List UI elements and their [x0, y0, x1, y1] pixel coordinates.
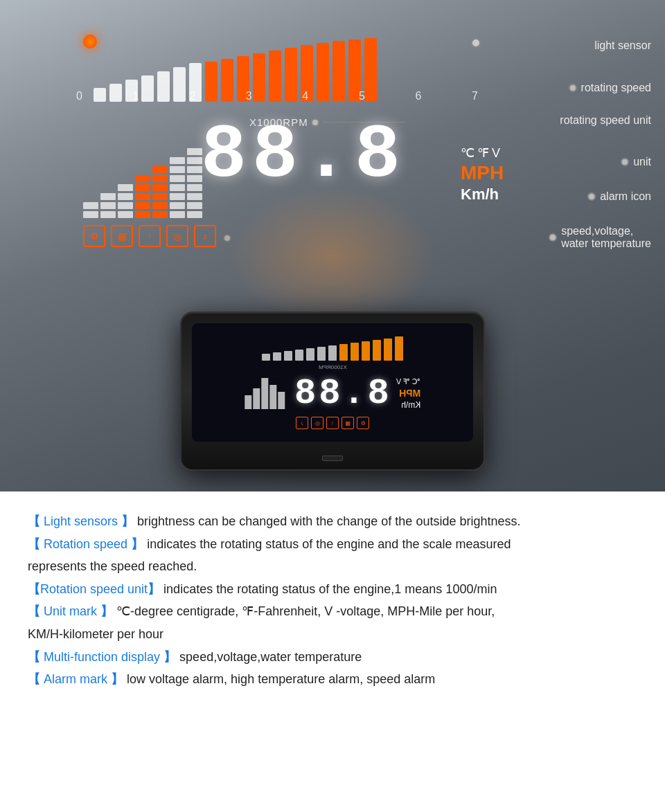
- bar-col-3: [118, 184, 133, 218]
- icon-speed: ↑: [139, 225, 161, 247]
- bar-seg: [100, 211, 116, 218]
- bar-col-4: [135, 175, 150, 218]
- dev-icon-vol: ♪: [296, 417, 308, 429]
- bar-seg: [100, 202, 116, 209]
- device-screen: X1000RPM ℃ ℉ V MPH Km\h 8.88: [192, 323, 473, 442]
- info-section: 【 Light sensors 】 brightness can be chan…: [0, 491, 665, 712]
- physical-device-container: X1000RPM ℃ ℉ V MPH Km\h 8.88: [180, 312, 485, 471]
- bracket-close-5: 】: [160, 650, 176, 664]
- rpm-label-7: 7: [472, 90, 478, 102]
- highlight-alarm-mark: Alarm mark: [44, 672, 107, 686]
- icon-volume: ♪: [194, 225, 216, 247]
- annotation-rpm-unit: rotating speed unit: [560, 114, 651, 127]
- bracket-close-1: 】: [118, 514, 134, 528]
- main-speed-display: 88.8: [201, 118, 406, 194]
- bar-seg-orange: [152, 166, 168, 173]
- bar-seg-orange: [135, 202, 150, 209]
- bracket-close-6: 】: [107, 672, 123, 686]
- annotation-rotating-speed: rotating speed: [569, 82, 651, 94]
- bracket-close-4: 】: [97, 604, 113, 618]
- annotation-unit-label: unit: [633, 156, 651, 168]
- celsius-label: ℃: [461, 145, 475, 161]
- icon-settings: ⚙: [83, 225, 105, 247]
- rpm-label-2: 2: [189, 90, 195, 102]
- rpm-label-0: 0: [76, 90, 82, 102]
- bar-col-5: [152, 166, 168, 218]
- device-unit-labels: ℃ ℉ V MPH Km\h: [396, 377, 420, 410]
- bracket-open-1: 【: [28, 514, 44, 528]
- dev-rpm-tick-white: [328, 345, 337, 361]
- info-text-6: low voltage alarm, high temperature alar…: [123, 672, 435, 686]
- mph-display: MPH: [461, 162, 504, 184]
- annotation-speed-voltage: speed,voltage, water temperature: [549, 225, 651, 250]
- info-line-1: 【 Light sensors 】 brightness can be chan…: [28, 511, 637, 532]
- dev-icon-display: ▦: [342, 417, 354, 429]
- bar-seg-orange: [152, 184, 168, 191]
- alarm-dot: [587, 192, 596, 201]
- device-usb-port: [322, 455, 343, 461]
- device-bar-chart: [245, 378, 285, 409]
- annotation-light-sensor: light sensor: [594, 39, 651, 52]
- highlight-multi-function: Multi-function display: [44, 650, 160, 664]
- annotation-unit: unit: [621, 156, 651, 168]
- bar-seg-orange: [135, 211, 150, 218]
- bracket-open-2: 【: [28, 537, 44, 551]
- bar-seg: [170, 175, 185, 182]
- annotation-alarm: alarm icon: [587, 190, 651, 203]
- bar-seg: [170, 193, 185, 200]
- info-text-3: indicates the rotating status of the eng…: [160, 582, 497, 596]
- dev-bar-seg: [253, 388, 260, 409]
- dev-bar-seg: [261, 378, 268, 409]
- hud-section: 0 1 2 3 4 5 6 7 X1000RPM: [0, 0, 665, 491]
- bar-col-2: [100, 193, 116, 218]
- bar-seg: [100, 193, 116, 200]
- bracket-open-3: 【: [28, 582, 40, 596]
- rpm-label-4: 4: [302, 90, 308, 102]
- info-line-2: 【 Rotation speed 】 indicates the rotatin…: [28, 534, 637, 555]
- dev-rpm-tick-white: [295, 350, 303, 361]
- bar-seg-orange: [135, 193, 150, 200]
- rpm-number-labels: 0 1 2 3 4 5 6 7: [76, 90, 478, 102]
- icon-camera: ◎: [166, 225, 188, 247]
- bar-seg: [187, 211, 202, 218]
- info-line-5: 【 Multi-function display 】 speed,voltage…: [28, 647, 637, 668]
- rpm-label-6: 6: [415, 90, 421, 102]
- bar-seg: [187, 157, 202, 164]
- dev-rpm-tick: [362, 341, 370, 361]
- rotating-speed-dot: [569, 84, 577, 92]
- bar-seg-orange: [152, 202, 168, 209]
- bar-seg-orange: [152, 193, 168, 200]
- info-text-4: ℃-degree centigrade, ℉-Fahrenheit, V -vo…: [113, 604, 495, 618]
- bracket-open-6: 【: [28, 672, 44, 686]
- icon-display: ▦: [111, 225, 133, 247]
- bar-seg-orange: [135, 184, 150, 191]
- dev-rpm-tick: [351, 343, 359, 361]
- device-mph: MPH: [399, 388, 420, 399]
- bar-seg: [187, 202, 202, 209]
- bar-col-6: [170, 157, 185, 218]
- highlight-light-sensors: Light sensors: [44, 514, 118, 528]
- dev-bar-seg: [269, 385, 276, 409]
- dev-bar-seg: [245, 395, 251, 409]
- device-big-number: 8.88: [292, 373, 389, 414]
- dev-icon-settings: ⚙: [357, 417, 369, 429]
- dev-rpm-tick: [384, 339, 392, 361]
- bracket-open-4: 【: [28, 604, 44, 618]
- rpm-label-3: 3: [246, 90, 252, 102]
- bar-seg: [118, 193, 133, 200]
- info-text-5: speed,voltage,water temperature: [176, 650, 362, 664]
- device-icon-row: ⚙ ▦ ↑ ◎ ♪: [296, 417, 369, 429]
- info-text-2b: represents the speed reached.: [28, 559, 197, 573]
- rpm-label-1: 1: [133, 90, 139, 102]
- device-kmh: Km\h: [401, 400, 420, 410]
- info-line-4: 【 Unit mark 】 ℃-degree centigrade, ℉-Fah…: [28, 601, 637, 622]
- rpm-label-5: 5: [359, 90, 365, 102]
- dev-rpm-tick-white: [284, 351, 292, 361]
- bar-seg: [83, 202, 98, 209]
- bar-seg: [170, 202, 185, 209]
- bar-seg: [170, 184, 185, 191]
- unit-labels: ℃ ℉ V MPH Km/h: [461, 145, 504, 204]
- dev-rpm-tick-white: [262, 354, 270, 361]
- info-line-3: 【Rotation speed unit】 indicates the rota…: [28, 579, 637, 600]
- info-text-4b: KM/H-kilometer per hour: [28, 627, 163, 641]
